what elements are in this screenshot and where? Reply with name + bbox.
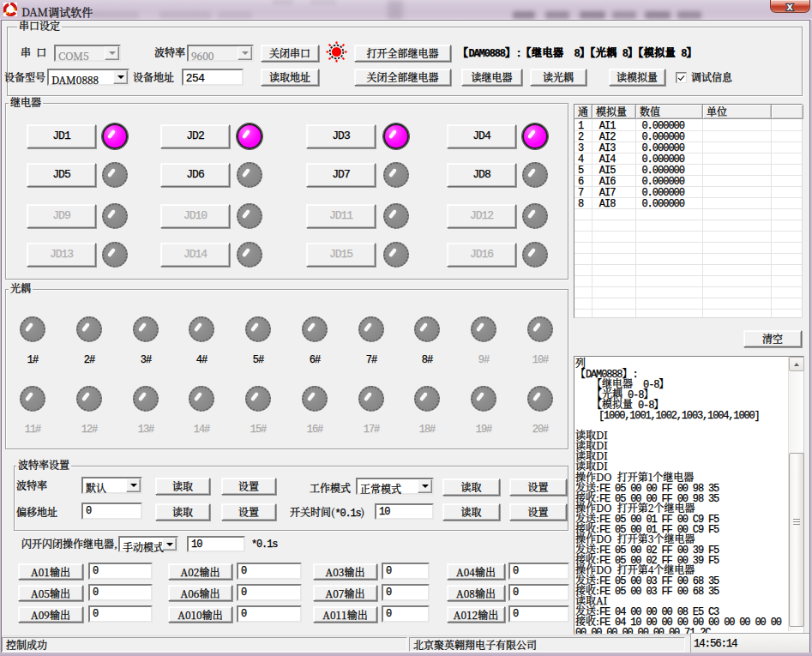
svg-text:x: x — [786, 0, 793, 12]
